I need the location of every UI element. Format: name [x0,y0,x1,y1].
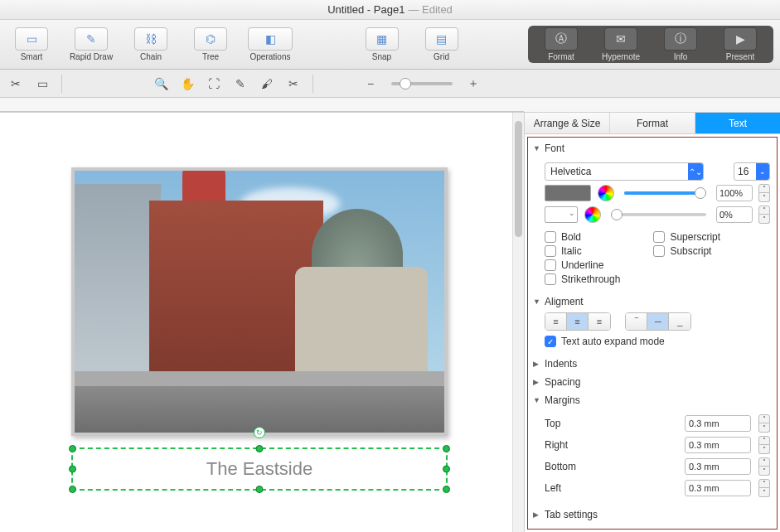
resize-handle[interactable] [256,445,264,452]
align-center-button[interactable]: ≡ [567,313,589,330]
section-alignment-header[interactable]: ▼Aligment [531,293,773,311]
smart-button[interactable]: ▭Smart [7,27,56,61]
align-bottom-button[interactable]: _ [669,313,690,330]
align-middle-button[interactable]: ─ [647,313,669,330]
section-indents-header[interactable]: ▶Indents [531,355,773,373]
canvas[interactable]: The Eastside [0,113,524,532]
stepper[interactable]: ˄˅ [758,457,770,476]
margin-right-input[interactable]: 0.3 mm [685,437,751,453]
section-font-header[interactable]: ▼Font [531,139,773,157]
step-up-icon[interactable]: ˄ [758,414,770,423]
step-up-icon[interactable]: ˄ [758,436,770,445]
slider-thumb[interactable] [695,187,706,199]
step-down-icon[interactable]: ˅ [758,488,770,497]
resize-handle[interactable] [443,486,450,493]
section-spacing-header[interactable]: ▶Spacing [531,373,773,391]
step-up-icon[interactable]: ˄ [758,479,770,488]
tree-icon: ⌬ [194,27,227,51]
step-up-icon[interactable]: ˄ [758,206,770,215]
margin-top-input[interactable]: 0.3 mm [685,415,751,432]
step-down-icon[interactable]: ˅ [758,445,770,454]
stepper[interactable]: ˄˅ [758,184,770,202]
tree-button[interactable]: ⌬Tree [186,27,235,61]
step-down-icon[interactable]: ˅ [758,467,770,476]
font-family-select[interactable]: Helvetica⌃⌄ [545,162,704,181]
fill-opacity-value[interactable]: 0% [716,206,753,223]
section-margins-header[interactable]: ▼Margins [531,391,773,409]
divider [61,75,62,93]
text-opacity-value[interactable]: 100% [716,185,753,201]
fill-opacity-slider[interactable] [611,213,706,216]
tab-format[interactable]: Format [610,113,695,133]
step-down-icon[interactable]: ˅ [758,423,770,433]
resize-handle[interactable] [69,466,76,473]
text-opacity-slider[interactable] [624,191,706,195]
stamp-icon[interactable]: ⛶ [203,75,225,93]
underline-checkbox[interactable] [545,259,556,271]
zoom-slider[interactable] [391,82,453,85]
fill-color-swatch[interactable]: ⌄ [545,206,578,223]
section-font-body: Helvetica⌃⌄ 16⌄ 100% ˄˅ ⌄ [531,157,773,293]
caption-text[interactable]: The Eastside [206,458,312,480]
slider-thumb[interactable] [611,209,623,220]
section-tab-settings-header[interactable]: ▶Tab settings [531,505,773,524]
chain-button[interactable]: ⛓Chain [126,27,176,61]
operations-icon: ◧ [248,27,293,51]
scrollbar-thumb[interactable] [515,121,522,237]
align-top-button[interactable]: ‾ [626,313,647,330]
magnifier-icon[interactable]: 🔍 [150,75,172,93]
step-up-icon[interactable]: ˄ [758,457,770,467]
step-down-icon[interactable]: ˅ [758,215,770,224]
stepper[interactable]: ˄˅ [758,436,770,454]
tab-text[interactable]: Text [695,113,780,133]
margin-bottom-input[interactable]: 0.3 mm [685,458,751,475]
smart-icon: ▭ [15,27,48,51]
grid-button[interactable]: ▤Grid [417,27,467,61]
select-rect-icon[interactable]: ▭ [31,75,53,93]
stepper[interactable]: ˄˅ [758,479,770,497]
zoom-out-button[interactable]: − [360,75,381,93]
scissors-icon[interactable]: ✂ [5,75,27,93]
resize-handle[interactable] [443,466,450,473]
subscript-checkbox[interactable] [653,245,665,257]
bold-checkbox[interactable] [545,231,556,243]
eyedropper-icon[interactable]: ✎ [230,75,251,93]
hand-icon[interactable]: ✋ [177,75,198,93]
margin-left-input[interactable]: 0.3 mm [685,480,751,496]
operations-button[interactable]: ◧Operations [245,27,295,61]
present-button[interactable]: ▶Present [715,27,765,61]
align-left-button[interactable]: ≡ [545,313,567,330]
hypernote-icon: ✉ [604,27,637,51]
resize-handle[interactable] [69,445,76,452]
zoom-in-button[interactable]: ＋ [463,75,484,93]
tab-arrange-size[interactable]: Arrange & Size [525,113,610,133]
brush-icon[interactable]: 🖌 [256,75,278,93]
strikethrough-checkbox[interactable] [545,273,556,285]
font-size-input[interactable]: 16⌄ [734,162,770,181]
snap-button[interactable]: ▦Snap [357,27,407,61]
stepper[interactable]: ˄˅ [758,414,770,433]
info-button[interactable]: ⓘInfo [656,27,705,61]
text-color-swatch[interactable] [545,185,591,201]
zoom-slider-thumb[interactable] [400,78,411,89]
superscript-checkbox[interactable] [653,231,665,243]
crop-icon[interactable]: ✂ [283,75,304,93]
italic-checkbox[interactable] [545,245,556,257]
caption-text-box[interactable]: The Eastside [71,447,448,491]
color-picker-icon[interactable] [584,206,601,223]
align-right-button[interactable]: ≡ [589,313,610,330]
color-picker-icon[interactable] [598,185,614,201]
resize-handle[interactable] [256,486,264,493]
auto-expand-checkbox[interactable]: ✓ [545,336,556,347]
stepper[interactable]: ˄˅ [758,206,770,224]
image-object[interactable] [71,167,448,436]
format-button[interactable]: ⒶFormat [536,27,586,61]
step-down-icon[interactable]: ˅ [758,193,770,202]
canvas-vertical-scrollbar[interactable] [512,113,524,532]
resize-handle[interactable] [443,445,450,452]
rapid-draw-button[interactable]: ✎Rapid Draw [66,27,116,61]
rotate-handle[interactable] [254,427,265,438]
resize-handle[interactable] [69,486,76,493]
step-up-icon[interactable]: ˄ [758,184,770,193]
hypernote-button[interactable]: ✉Hypernote [596,27,646,61]
